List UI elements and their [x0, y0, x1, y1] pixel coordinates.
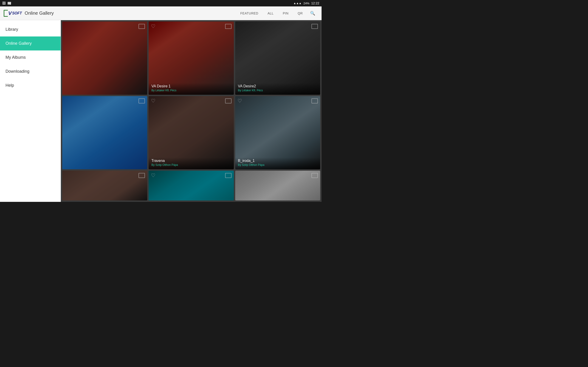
gallery-grid: ♡ VA Desire 1 By Létaker Kft. Pécs VA De…: [61, 20, 321, 202]
gallery-overlay-3: VA Desire2 By Létaker Kft. Pécs: [235, 75, 320, 95]
main-layout: Library Online Gallery My Albums Downloa…: [0, 20, 321, 202]
heart-icon-8[interactable]: ♡: [151, 173, 156, 178]
gallery-title-2: VA Desire 1: [151, 84, 231, 88]
expand-icon-1[interactable]: [138, 24, 145, 29]
status-bar: 🖼 📰 ▲▲▲ 24% 12:22: [0, 0, 321, 6]
sidebar-item-downloading[interactable]: Downloading: [0, 65, 61, 78]
sidebar-item-library[interactable]: Library: [0, 23, 61, 36]
featured-button[interactable]: FEATURED: [236, 10, 263, 17]
sidebar: Library Online Gallery My Albums Downloa…: [0, 20, 61, 202]
sidebar-label-library: Library: [6, 27, 18, 32]
gallery-item-9[interactable]: [235, 171, 320, 200]
gallery-item-travena[interactable]: ♡ Travena By Szép Otthon Pápa: [149, 96, 233, 169]
logo-v: V: [8, 11, 12, 16]
expand-icon-8[interactable]: [225, 173, 232, 178]
expand-icon-4[interactable]: [138, 98, 145, 103]
expand-icon-3[interactable]: [311, 24, 318, 29]
gallery-app-icon: 🖼: [2, 1, 6, 5]
app-bar: V SOFT Online Gallery FEATURED ALL PIN Q…: [0, 6, 321, 20]
gallery-overlay-5: Travena By Szép Otthon Pápa: [149, 150, 233, 169]
app-logo: V SOFT: [4, 10, 22, 17]
sidebar-item-help[interactable]: Help: [0, 78, 61, 92]
app-title: Online Gallery: [25, 10, 236, 16]
sidebar-label-my-albums: My Albums: [6, 55, 26, 60]
sidebar-item-my-albums[interactable]: My Albums: [0, 50, 61, 65]
pin-button[interactable]: PIN: [278, 10, 293, 17]
gallery-title-3: VA Desire2: [238, 84, 317, 88]
room-image-1: [62, 22, 147, 95]
battery-indicator: 24%: [303, 2, 309, 5]
content-area: ♡ VA Desire 1 By Létaker Kft. Pécs VA De…: [61, 20, 321, 202]
gallery-author-3: By Létaker Kft. Pécs: [238, 89, 317, 92]
gallery-title-6: B_iroda_1: [238, 159, 317, 163]
gallery-author-2: By Létaker Kft. Pécs: [151, 89, 231, 92]
status-bar-right: ▲▲▲ 24% 12:22: [293, 1, 319, 5]
gallery-overlay-6: B_iroda_1 By Szép Otthon Pápa: [235, 150, 320, 169]
wifi-icon: ▲▲▲: [293, 2, 302, 5]
expand-icon-5[interactable]: [225, 98, 232, 103]
clock: 12:22: [311, 1, 319, 5]
gallery-item-4[interactable]: [62, 96, 147, 169]
search-button[interactable]: 🔍: [307, 9, 318, 18]
room-image-9: [235, 171, 320, 200]
heart-icon-2[interactable]: ♡: [151, 24, 156, 29]
newspaper-app-icon: 📰: [7, 1, 11, 5]
gallery-item-biroda[interactable]: ♡ B_iroda_1 By Szép Otthon Pápa: [235, 96, 320, 169]
gallery-item-va-desire-2[interactable]: VA Desire2 By Létaker Kft. Pécs: [235, 22, 320, 95]
expand-icon-7[interactable]: [138, 173, 145, 178]
status-bar-left: 🖼 📰: [2, 1, 11, 5]
gallery-item-7[interactable]: [62, 171, 147, 200]
heart-icon-5[interactable]: ♡: [151, 98, 156, 103]
room-image-7: [62, 171, 147, 200]
heart-icon-6[interactable]: ♡: [237, 98, 242, 103]
sidebar-item-online-gallery[interactable]: Online Gallery: [0, 36, 61, 50]
logo-bracket: [4, 10, 8, 17]
sidebar-label-online-gallery: Online Gallery: [6, 41, 32, 46]
gallery-item-8[interactable]: ♡: [149, 171, 233, 200]
app-bar-actions: FEATURED ALL PIN QR 🔍: [236, 9, 318, 18]
qr-button[interactable]: QR: [293, 10, 307, 17]
gallery-item-1[interactable]: [62, 22, 147, 95]
expand-icon-6[interactable]: [311, 98, 318, 103]
expand-icon-9[interactable]: [311, 173, 318, 178]
gallery-overlay-2: VA Desire 1 By Létaker Kft. Pécs: [149, 75, 233, 95]
sidebar-label-help: Help: [6, 83, 14, 88]
gallery-author-6: By Szép Otthon Pápa: [238, 163, 317, 167]
gallery-author-5: By Szép Otthon Pápa: [151, 163, 231, 167]
gallery-item-va-desire-1[interactable]: ♡ VA Desire 1 By Létaker Kft. Pécs: [149, 22, 233, 95]
search-icon: 🔍: [310, 11, 315, 16]
all-button[interactable]: ALL: [263, 10, 278, 17]
room-image-4: [62, 96, 147, 169]
expand-icon-2[interactable]: [225, 24, 232, 29]
sidebar-label-downloading: Downloading: [6, 69, 29, 74]
room-image-8: [149, 171, 233, 200]
logo-soft: SOFT: [12, 11, 22, 15]
gallery-title-5: Travena: [151, 159, 231, 163]
